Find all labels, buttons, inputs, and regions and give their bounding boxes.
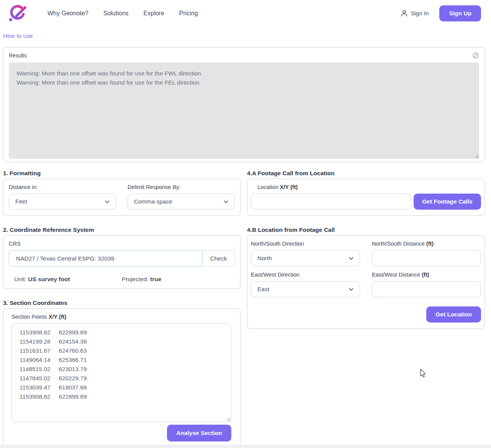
ew-direction-label: East/West Direction bbox=[251, 272, 360, 278]
ns-distance-label-text: North/South Distance bbox=[372, 241, 426, 247]
chevron-down-icon bbox=[223, 200, 229, 204]
ns-direction-value: North bbox=[257, 255, 272, 262]
section-points-label: Section Points X/Y (ft) bbox=[11, 314, 231, 320]
nav-item-explore[interactable]: Explore bbox=[144, 10, 164, 17]
crs-unit: Unit: US survey foot bbox=[14, 276, 122, 283]
how-to-use-link[interactable]: How to use bbox=[3, 33, 33, 39]
location-from-footage-title: 4.B Location from Footage Call bbox=[247, 226, 485, 233]
distance-unit-value: Feet bbox=[15, 198, 27, 205]
projected-value: true bbox=[150, 276, 161, 282]
check-crs-button[interactable]: Check bbox=[203, 250, 235, 267]
ns-direction-label: North/South Direction bbox=[251, 241, 360, 247]
page-bottom-strip bbox=[0, 445, 491, 448]
footage-call-title: 4.A Footage Call from Location bbox=[247, 170, 485, 177]
distance-in-label: Distance in: bbox=[9, 184, 116, 190]
ns-distance-input[interactable] bbox=[372, 250, 481, 266]
delimit-response-label: Delimit Response By: bbox=[128, 184, 235, 190]
section-points-textarea[interactable] bbox=[11, 323, 231, 422]
sign-in-label: Sign In bbox=[411, 10, 429, 16]
crs-projected: Projected: true bbox=[122, 276, 229, 283]
formatting-title: 1. Formatting bbox=[3, 170, 241, 177]
ew-distance-label: East/West Distance (ft) bbox=[372, 272, 481, 278]
location-from-footage-panel: North/South Direction North North/South … bbox=[247, 235, 485, 329]
results-textarea[interactable] bbox=[9, 62, 479, 159]
header-right: Sign In Sign Up bbox=[401, 5, 481, 21]
chevron-down-icon bbox=[105, 200, 110, 204]
right-column: 4.A Footage Call from Location Location … bbox=[247, 162, 485, 329]
clear-results-button[interactable] bbox=[472, 52, 479, 59]
delimit-response-value: Comma space bbox=[134, 198, 172, 205]
sign-in-link[interactable]: Sign In bbox=[401, 10, 429, 17]
formatting-panel: Distance in: Feet Delimit Response By: C… bbox=[3, 179, 241, 216]
chevron-down-icon bbox=[349, 256, 354, 261]
section-coordinates-panel: Section Points X/Y (ft) Analyse Section bbox=[3, 308, 241, 448]
main-nav: Why Geonote? Solutions Explore Pricing bbox=[47, 10, 198, 17]
nav-item-why-geonote[interactable]: Why Geonote? bbox=[47, 10, 88, 17]
projected-label: Projected: bbox=[122, 276, 150, 282]
location-xy-input[interactable] bbox=[251, 194, 411, 210]
header: Why Geonote? Solutions Explore Pricing S… bbox=[0, 0, 491, 24]
get-location-button[interactable]: Get Location bbox=[426, 306, 481, 323]
delimit-response-select[interactable]: Comma space bbox=[128, 194, 235, 210]
unit-label: Unit: bbox=[14, 276, 28, 282]
ew-distance-input[interactable] bbox=[372, 281, 481, 297]
section-points-label-units: X/Y (ft) bbox=[49, 314, 66, 320]
results-panel: Results bbox=[3, 47, 485, 162]
crs-input[interactable] bbox=[9, 250, 203, 267]
crs-panel: CRS Check Unit: US survey foot Projected… bbox=[3, 235, 241, 289]
nav-item-pricing[interactable]: Pricing bbox=[179, 10, 198, 17]
distance-unit-select[interactable]: Feet bbox=[9, 194, 116, 210]
ew-direction-select[interactable]: East bbox=[251, 281, 360, 297]
ns-distance-label: North/South Distance (ft) bbox=[372, 241, 481, 247]
main-grid: 1. Formatting Distance in: Feet Delimit … bbox=[3, 162, 485, 448]
footage-call-panel: Location X/Y (ft) Get Footage Calls bbox=[247, 179, 485, 216]
section-coordinates-title: 3. Section Coordinates bbox=[3, 300, 241, 306]
ew-direction-value: East bbox=[257, 286, 269, 293]
person-icon bbox=[401, 10, 408, 17]
ew-distance-label-text: East/West Distance bbox=[372, 272, 422, 278]
geonote-logo-icon[interactable] bbox=[8, 3, 28, 24]
analyse-section-button[interactable]: Analyse Section bbox=[167, 425, 231, 441]
ns-direction-select[interactable]: North bbox=[251, 250, 360, 266]
section-points-label-text: Section Points bbox=[11, 314, 49, 320]
location-label-units: X/Y (ft) bbox=[280, 184, 298, 190]
sign-up-button[interactable]: Sign Up bbox=[439, 5, 481, 21]
left-column: 1. Formatting Distance in: Feet Delimit … bbox=[3, 162, 241, 448]
results-label: Results bbox=[9, 52, 27, 59]
ban-icon bbox=[472, 52, 479, 59]
ew-distance-label-units: (ft) bbox=[422, 272, 429, 278]
ns-distance-label-units: (ft) bbox=[426, 241, 434, 247]
location-label-text: Location bbox=[257, 184, 280, 190]
chevron-down-icon bbox=[349, 287, 354, 292]
unit-value: US survey foot bbox=[28, 276, 70, 282]
get-footage-calls-button[interactable]: Get Footage Calls bbox=[414, 194, 481, 210]
crs-label: CRS bbox=[9, 241, 235, 247]
crs-title: 2. Coordinate Reference System bbox=[3, 226, 241, 233]
nav-item-solutions[interactable]: Solutions bbox=[103, 10, 129, 17]
location-xy-label: Location X/Y (ft) bbox=[257, 184, 481, 190]
